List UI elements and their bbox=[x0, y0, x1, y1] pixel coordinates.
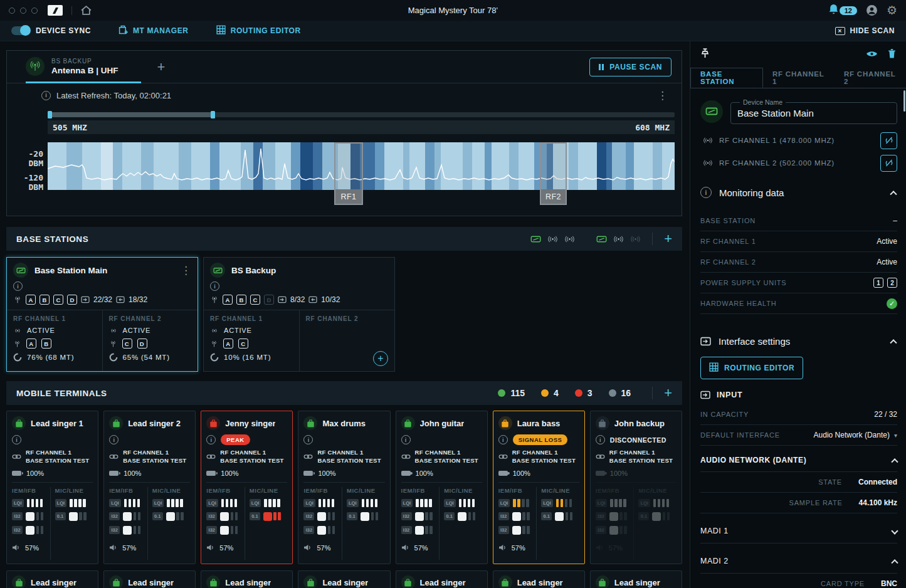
chevron-up-icon bbox=[891, 458, 898, 465]
terminal-cards-row: Lead singer 1 i RF CHANNEL 1 BASE STATIO… bbox=[6, 411, 682, 564]
info-icon[interactable]: i bbox=[12, 435, 21, 444]
freq-slider-handle-end[interactable] bbox=[211, 111, 215, 118]
pause-scan-button[interactable]: PAUSE SCAN bbox=[589, 58, 672, 76]
info-icon[interactable]: i bbox=[303, 435, 313, 444]
window-control-icon[interactable] bbox=[20, 8, 26, 14]
tab-rf-channel-1[interactable]: RF CHANNEL 1 bbox=[763, 68, 835, 88]
mute-rf-2-button[interactable] bbox=[880, 155, 897, 172]
info-icon[interactable]: i bbox=[401, 435, 411, 444]
mobile-terminal-card[interactable]: Lead singer 2 i RF CHANNEL 1 BASE STATIO… bbox=[103, 411, 196, 564]
info-icon[interactable]: i bbox=[206, 435, 216, 444]
collapse-dash: – bbox=[893, 216, 897, 225]
lqi-meter: LQI bbox=[498, 499, 537, 507]
channel-load: 10% (16 MT) bbox=[224, 354, 271, 361]
info-icon[interactable]: i bbox=[109, 435, 119, 444]
pin-icon[interactable] bbox=[700, 48, 710, 61]
mic-column-label: MIC/LINE bbox=[55, 487, 93, 494]
grid-icon bbox=[709, 362, 719, 374]
scan-tab-active[interactable]: BS BACKUP Antenna B | UHF bbox=[26, 51, 141, 83]
card-menu-kebab-icon[interactable]: ⋮ bbox=[181, 265, 191, 276]
add-rf-channel-button[interactable]: + bbox=[373, 351, 388, 366]
antenna-chip: D bbox=[67, 295, 77, 305]
info-icon[interactable]: i bbox=[596, 435, 605, 444]
interface-settings-header[interactable]: Interface settings bbox=[690, 328, 906, 354]
info-icon[interactable]: i bbox=[210, 281, 219, 291]
tab-rf-channel-2[interactable]: RF CHANNEL 2 bbox=[835, 68, 906, 88]
window-control-icon[interactable] bbox=[31, 8, 38, 14]
info-icon[interactable]: i bbox=[13, 281, 23, 291]
trash-icon[interactable] bbox=[888, 49, 896, 61]
rf-frequency-marker[interactable]: RF2 bbox=[540, 142, 567, 205]
default-interface-row[interactable]: DEFAULT INTERFACEAudio Network (Dante)▾ bbox=[700, 425, 897, 446]
monitoring-data-header[interactable]: i Monitoring data bbox=[690, 179, 906, 206]
rf-frequency-marker[interactable]: RF1 bbox=[334, 142, 363, 205]
tab-base-station[interactable]: BASE STATION bbox=[690, 68, 763, 88]
routing-editor-button[interactable]: ROUTING EDITOR bbox=[700, 357, 803, 379]
routing-editor-button[interactable]: ROUTING EDITOR bbox=[216, 25, 301, 36]
frequency-range-slider[interactable] bbox=[48, 111, 675, 118]
slider-handle-start[interactable] bbox=[48, 111, 52, 118]
terminal-bs-link: BASE STATION TEST bbox=[26, 457, 89, 465]
input-icon bbox=[81, 296, 90, 303]
add-scan-tab-button[interactable]: + bbox=[157, 59, 166, 75]
mobile-terminal-card-partial[interactable]: Lead singer bbox=[201, 570, 293, 588]
main-content: BS BACKUP Antenna B | UHF + PAUSE SCAN i… bbox=[0, 41, 690, 588]
mobile-terminal-card[interactable]: John backup i DISCONNECTED RF CHANNEL 1 … bbox=[590, 411, 682, 564]
window-title: Magical Mystery Tour 78’ bbox=[0, 6, 906, 15]
mobile-terminal-card-partial[interactable]: Lead singer bbox=[6, 570, 98, 588]
mobile-terminal-card-partial[interactable]: Lead singer bbox=[493, 570, 585, 588]
mobile-terminal-card-partial[interactable]: Lead singer bbox=[298, 570, 390, 588]
notifications-button[interactable]: 12 bbox=[829, 4, 857, 17]
bodypack-icon bbox=[401, 575, 415, 588]
add-mobile-terminal-button[interactable]: + bbox=[664, 386, 672, 400]
mobile-terminal-card[interactable]: John guitar i RF CHANNEL 1 BASE STATION … bbox=[396, 411, 488, 564]
window-control-icon[interactable] bbox=[9, 8, 15, 14]
rf-marker-box bbox=[541, 144, 566, 189]
device-sync-toggle[interactable] bbox=[11, 26, 30, 35]
base-station-card[interactable]: BS Backup i A B C D 8/32 10/32 bbox=[203, 257, 395, 372]
base-station-card[interactable]: Base Station Main ⋮ i A B C D 22/32 18/3… bbox=[6, 257, 198, 372]
mobile-terminal-card[interactable]: Max drums i RF CHANNEL 1 BASE STATION TE… bbox=[298, 411, 390, 564]
info-icon[interactable]: i bbox=[498, 435, 508, 444]
scan-menu-kebab-icon[interactable]: ⋮ bbox=[657, 90, 668, 101]
device-name-input[interactable]: Base Station Main bbox=[737, 108, 890, 118]
window-controls[interactable] bbox=[9, 8, 38, 14]
hide-scan-button[interactable]: ✕ HIDE SCAN bbox=[835, 26, 895, 35]
settings-gear-icon[interactable]: ⚙ bbox=[887, 4, 897, 16]
mobile-terminal-card[interactable]: Laura bass i SIGNAL LOSS RF CHANNEL 1 BA… bbox=[493, 411, 585, 564]
home-icon[interactable] bbox=[81, 6, 92, 15]
madi-1-header[interactable]: MADI 1 bbox=[700, 518, 897, 543]
rf-channel-1-row: RF CHANNEL 1 (478.000 MHZ) bbox=[690, 129, 906, 152]
lqi-meter: LQI bbox=[109, 499, 147, 507]
mute-rf-1-button[interactable] bbox=[880, 132, 897, 149]
card-type-row: CARD TYPEBNC bbox=[700, 574, 897, 588]
mobile-terminal-card[interactable]: Lead singer 1 i RF CHANNEL 1 BASE STATIO… bbox=[6, 411, 98, 564]
sidebar-scrollbar[interactable] bbox=[903, 90, 905, 112]
add-base-station-button[interactable]: + bbox=[664, 232, 672, 246]
madi-2-header[interactable]: MADI 2 bbox=[700, 549, 897, 574]
terminal-bs-link: BASE STATION TEST bbox=[317, 457, 381, 465]
eye-icon[interactable] bbox=[866, 49, 878, 61]
lqi-meter: LQI bbox=[303, 499, 342, 507]
mobile-terminal-card-partial[interactable]: Lead singer bbox=[590, 570, 682, 588]
mobile-terminal-card-partial[interactable]: Lead singer bbox=[103, 570, 196, 588]
lqi-meter: LQI bbox=[638, 499, 677, 507]
antenna-icon bbox=[13, 340, 21, 348]
antenna-icon bbox=[210, 295, 219, 304]
device-name-field[interactable]: Device Name Base Station Main bbox=[730, 98, 897, 124]
mt-manager-button[interactable]: MT MANAGER bbox=[119, 25, 189, 36]
user-avatar-icon[interactable] bbox=[866, 4, 878, 16]
terminal-status-badge: SIGNAL LOSS bbox=[513, 434, 568, 445]
volume-row: 57% bbox=[206, 542, 245, 554]
iem-column-label: IEM/IFB bbox=[12, 487, 50, 494]
mobile-terminal-card[interactable]: Jenny singer i PEAK RF CHANNEL 1 BASE ST… bbox=[201, 411, 293, 564]
volume-row: 57% bbox=[498, 542, 537, 554]
battery-icon bbox=[498, 471, 508, 476]
terminal-link-text: RF CHANNEL 1 BASE STATION TEST bbox=[26, 449, 89, 465]
rf-signal-icon-inactive bbox=[630, 236, 641, 243]
scan-panel: BS BACKUP Antenna B | UHF + PAUSE SCAN i… bbox=[6, 50, 682, 216]
mobile-terminal-card-partial[interactable]: Lead singer bbox=[396, 570, 488, 588]
base-station-icon bbox=[530, 235, 541, 243]
audio-network-header[interactable]: AUDIO NETWORK (DANTE) bbox=[700, 448, 897, 472]
volume-row: 57% bbox=[109, 542, 147, 554]
